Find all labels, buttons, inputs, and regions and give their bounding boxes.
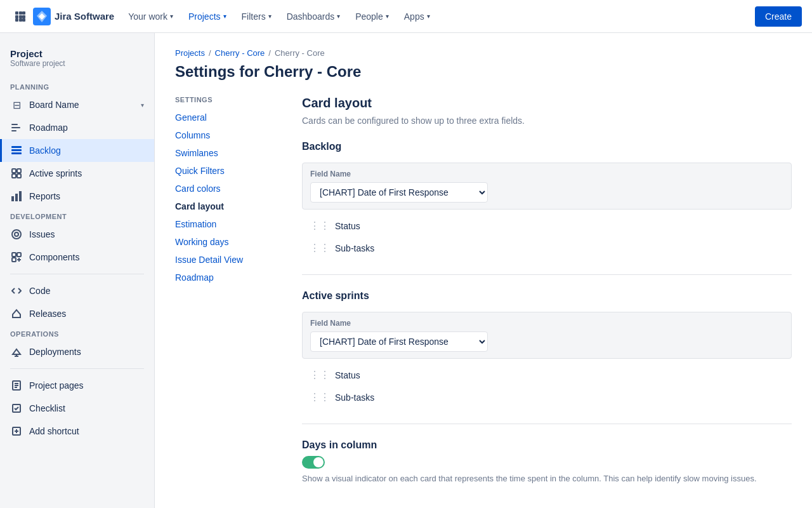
active-sprints-section-title: Active sprints bbox=[302, 290, 792, 302]
backlog-field-row: Field Name [CHART] Date of First Respons… bbox=[302, 163, 792, 210]
settings-nav-swimlanes[interactable]: Swimlanes bbox=[175, 144, 277, 162]
card-layout-title: Card layout bbox=[302, 96, 792, 110]
svg-rect-25 bbox=[17, 253, 21, 257]
drag-handle-icon[interactable]: ⋮⋮ bbox=[310, 242, 330, 254]
svg-rect-13 bbox=[11, 149, 22, 151]
sidebar-item-roadmap[interactable]: Roadmap bbox=[0, 116, 154, 139]
top-navigation: Jira Software Your work ▾ Projects ▾ Fil… bbox=[0, 0, 812, 33]
svg-rect-5 bbox=[22, 15, 25, 18]
operations-section-label: OPERATIONS bbox=[0, 325, 154, 340]
backlog-status-row: ⋮⋮ Status bbox=[302, 215, 792, 237]
svg-rect-10 bbox=[11, 127, 20, 128]
settings-content: Card layout Cards can be configured to s… bbox=[302, 96, 792, 483]
settings-nav-card-layout[interactable]: Card layout bbox=[175, 197, 277, 215]
deployments-icon bbox=[10, 345, 23, 358]
nav-apps[interactable]: Apps ▾ bbox=[398, 8, 436, 25]
chevron-down-icon: ▾ bbox=[337, 13, 340, 20]
sprints-icon bbox=[10, 167, 23, 180]
svg-rect-20 bbox=[15, 194, 18, 201]
svg-rect-2 bbox=[22, 11, 25, 15]
sidebar-divider-2 bbox=[10, 368, 144, 369]
settings-nav-estimation[interactable]: Estimation bbox=[175, 215, 277, 233]
svg-rect-11 bbox=[11, 130, 16, 131]
sidebar-item-reports[interactable]: Reports bbox=[0, 185, 154, 208]
svg-rect-4 bbox=[19, 15, 22, 18]
settings-nav-working-days[interactable]: Working days bbox=[175, 233, 277, 251]
main-content: Projects / Cherry - Core / Cherry - Core… bbox=[155, 33, 812, 508]
sidebar-item-code[interactable]: Code bbox=[0, 279, 154, 302]
chevron-down-icon: ▾ bbox=[223, 13, 226, 20]
sidebar-item-project-pages[interactable]: Project pages bbox=[0, 374, 154, 397]
sidebar-item-releases[interactable]: Releases bbox=[0, 302, 154, 325]
nav-people[interactable]: People ▾ bbox=[349, 8, 395, 25]
breadcrumb-sep-2: / bbox=[268, 48, 271, 58]
logo[interactable]: Jira Software bbox=[33, 8, 114, 25]
backlog-field-select[interactable]: [CHART] Date of First Response Assignee … bbox=[310, 182, 488, 203]
active-sprints-field-select[interactable]: [CHART] Date of First Response Assignee … bbox=[310, 331, 488, 352]
svg-rect-19 bbox=[11, 196, 14, 201]
active-sprints-field-label: Field Name bbox=[310, 319, 488, 328]
create-button[interactable]: Create bbox=[755, 6, 802, 27]
days-in-column-toggle[interactable] bbox=[302, 456, 325, 469]
sidebar-item-checklist[interactable]: Checklist bbox=[0, 397, 154, 420]
svg-point-22 bbox=[12, 230, 21, 239]
section-divider-1 bbox=[302, 274, 792, 275]
days-in-column-section: Days in column Show a visual indicator o… bbox=[302, 439, 792, 483]
svg-rect-14 bbox=[11, 152, 22, 154]
toggle-knob bbox=[313, 457, 324, 467]
backlog-field-label: Field Name bbox=[310, 170, 488, 178]
svg-rect-6 bbox=[15, 18, 18, 22]
sidebar-item-add-shortcut[interactable]: Add shortcut bbox=[0, 420, 154, 443]
card-layout-description: Cards can be configured to show up to th… bbox=[302, 116, 792, 126]
drag-handle-icon[interactable]: ⋮⋮ bbox=[310, 220, 330, 232]
sidebar-item-board-name[interactable]: ⊟ Board Name ▾ bbox=[0, 93, 154, 116]
main-layout: Project Software project PLANNING ⊟ Boar… bbox=[0, 33, 812, 508]
drag-handle-icon[interactable]: ⋮⋮ bbox=[310, 391, 330, 403]
settings-nav-section-label: SETTINGS bbox=[175, 96, 277, 104]
nav-projects[interactable]: Projects ▾ bbox=[182, 8, 233, 25]
planning-section-label: PLANNING bbox=[0, 78, 154, 93]
active-sprints-status-label: Status bbox=[335, 370, 360, 380]
project-header: Project Software project bbox=[0, 43, 154, 78]
settings-nav-roadmap[interactable]: Roadmap bbox=[175, 269, 277, 286]
backlog-icon bbox=[10, 144, 23, 157]
settings-nav-columns[interactable]: Columns bbox=[175, 126, 277, 144]
sidebar-item-deployments[interactable]: Deployments bbox=[0, 340, 154, 363]
releases-icon bbox=[10, 307, 23, 320]
nav-dashboards[interactable]: Dashboards ▾ bbox=[280, 8, 347, 25]
settings-navigation: SETTINGS General Columns Swimlanes Quick… bbox=[175, 96, 277, 483]
settings-nav-quick-filters[interactable]: Quick Filters bbox=[175, 162, 277, 180]
development-section-label: DEVELOPMENT bbox=[0, 208, 154, 223]
drag-handle-icon[interactable]: ⋮⋮ bbox=[310, 369, 330, 381]
svg-rect-15 bbox=[12, 169, 16, 173]
svg-rect-8 bbox=[22, 18, 25, 22]
settings-nav-issue-detail[interactable]: Issue Detail View bbox=[175, 251, 277, 269]
backlog-status-label: Status bbox=[335, 221, 360, 231]
grid-icon[interactable] bbox=[10, 6, 30, 27]
sidebar-item-issues[interactable]: Issues bbox=[0, 223, 154, 246]
section-divider-2 bbox=[302, 424, 792, 424]
active-sprints-field-row: Field Name [CHART] Date of First Respons… bbox=[302, 312, 792, 359]
breadcrumb-cherry-core-1[interactable]: Cherry - Core bbox=[215, 48, 265, 58]
settings-nav-general[interactable]: General bbox=[175, 109, 277, 126]
reports-icon bbox=[10, 190, 23, 203]
svg-rect-12 bbox=[11, 146, 22, 148]
chevron-down-icon: ▾ bbox=[141, 102, 144, 109]
backlog-section-title: Backlog bbox=[302, 141, 792, 152]
sidebar-item-active-sprints[interactable]: Active sprints bbox=[0, 162, 154, 185]
active-sprints-subtasks-label: Sub-tasks bbox=[335, 392, 374, 403]
backlog-subtasks-row: ⋮⋮ Sub-tasks bbox=[302, 237, 792, 259]
svg-rect-3 bbox=[15, 15, 18, 18]
sidebar-item-components[interactable]: Components bbox=[0, 246, 154, 269]
nav-your-work[interactable]: Your work ▾ bbox=[122, 8, 180, 25]
svg-rect-18 bbox=[17, 174, 21, 178]
project-type: Software project bbox=[10, 59, 144, 68]
svg-rect-21 bbox=[19, 191, 22, 201]
sidebar-item-backlog[interactable]: Backlog bbox=[0, 139, 154, 162]
breadcrumb-projects[interactable]: Projects bbox=[175, 48, 205, 58]
chevron-down-icon: ▾ bbox=[427, 13, 430, 20]
project-name: Project bbox=[10, 48, 144, 59]
sidebar-divider bbox=[10, 274, 144, 274]
settings-nav-card-colors[interactable]: Card colors bbox=[175, 180, 277, 197]
nav-filters[interactable]: Filters ▾ bbox=[235, 8, 278, 25]
